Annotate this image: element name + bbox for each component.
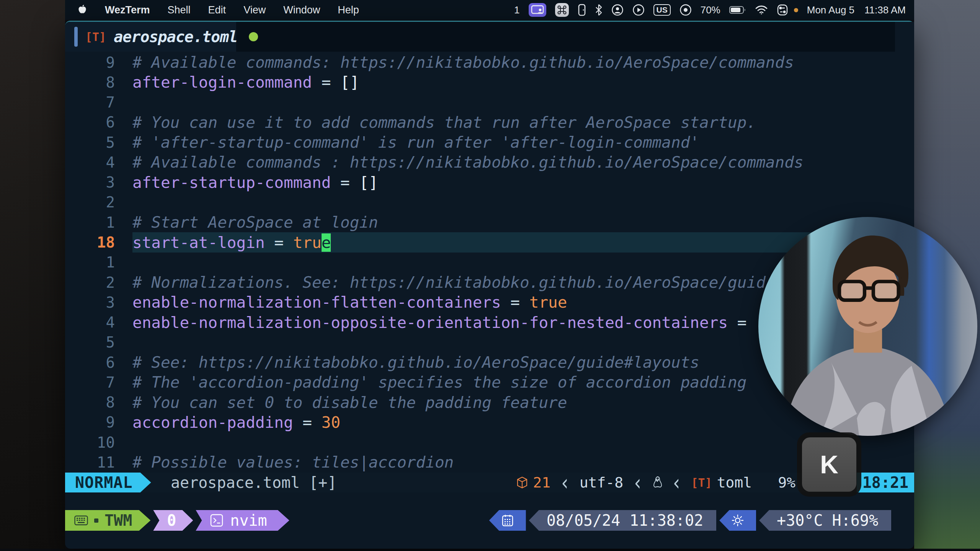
keypress-overlay: K — [797, 432, 861, 497]
statusline-right: 21 ‹ utf-8 ‹ ‹ [T] toml 9% — [516, 473, 795, 492]
token-key: after-login-command — [132, 73, 312, 91]
code-text: start-at-login = true — [132, 233, 331, 252]
menubar-clock[interactable]: Mon Aug 5 11:38 AM — [807, 4, 906, 16]
separator-icon: ‹ — [671, 469, 682, 496]
webcam-person — [758, 217, 977, 436]
code-line[interactable]: 8after-login-command = [] — [65, 72, 914, 92]
column-icon — [516, 476, 528, 489]
code-line[interactable]: 3after-startup-command = [] — [65, 173, 914, 192]
backdrop-bottom — [0, 549, 980, 551]
line-number: 2 — [65, 194, 115, 211]
line-number: 5 — [65, 134, 115, 151]
battery-icon[interactable] — [729, 6, 746, 14]
weather-indicator: +30°C H:69% — [759, 510, 891, 531]
code-line[interactable]: 7 — [65, 93, 914, 112]
code-line[interactable]: 11# Possible values: tiles|accordion — [65, 452, 914, 472]
token-comment: # See: https://nikitabobko.github.io/Aer… — [132, 353, 699, 372]
iphone-mirroring-icon[interactable] — [578, 4, 586, 16]
menu-help[interactable]: Help — [338, 4, 359, 16]
token-key: start-at-login — [132, 233, 265, 252]
weather-icon-segment — [719, 510, 756, 531]
code-line[interactable]: 4# Available commands : https://nikitabo… — [65, 152, 914, 172]
keyboard-icon — [74, 515, 88, 525]
line-number: 11 — [65, 454, 115, 471]
line-number: 2 — [65, 274, 115, 291]
token-op: = — [501, 293, 529, 311]
notification-dot-icon — [794, 8, 798, 12]
separator-icon: ‹ — [632, 469, 643, 496]
toml-icon: [T] — [85, 30, 106, 44]
tmux-statusbar: TWM 0 nvim 08/05/24 11:38:02 +30°C H:69% — [65, 510, 914, 531]
token-key: accordion-padding — [132, 413, 293, 432]
window-name: nvim — [230, 512, 267, 529]
now-playing-icon[interactable] — [632, 4, 645, 16]
code-text: # See: https://nikitabobko.github.io/Aer… — [132, 353, 699, 372]
code-line[interactable]: 5# 'after-startup-command' is run after … — [65, 132, 914, 152]
menubar: WezTerm Shell Edit View Window Help 1 US… — [65, 0, 914, 20]
wifi-icon[interactable] — [755, 5, 768, 15]
token-comment: # Available commands : https://nikitabob… — [132, 153, 804, 171]
line-number: 6 — [65, 354, 115, 371]
clock-day: Mon Aug 5 — [807, 4, 854, 16]
code-line[interactable]: 9# Available commands: https://nikitabob… — [65, 52, 914, 72]
facetime-icon[interactable] — [611, 4, 624, 16]
code-line[interactable]: 6# You can use it to add commands that r… — [65, 112, 914, 132]
tmux-window-index[interactable]: 0 — [153, 510, 193, 531]
token-key: enable-normalization-opposite-orientatio… — [132, 313, 728, 332]
input-source-icon[interactable]: US — [653, 4, 671, 16]
line-number: 1 — [65, 214, 115, 231]
token-op: = — [265, 233, 293, 252]
code-line[interactable]: 1# Start AeroSpace at login — [65, 212, 914, 232]
line-number: 18 — [65, 234, 115, 251]
line-number: 9 — [65, 414, 115, 431]
code-text: # Available commands : https://nikitabob… — [132, 153, 804, 171]
menu-window[interactable]: Window — [283, 4, 320, 16]
modified-dot-icon — [249, 32, 258, 41]
tmux-session[interactable]: TWM — [65, 510, 150, 531]
column-value: 21 — [533, 474, 550, 491]
tab-bar: [T] aerospace.toml — [65, 22, 914, 52]
apple-icon[interactable] — [77, 4, 87, 16]
token-key: after-startup-command — [132, 173, 331, 192]
record-icon[interactable] — [679, 4, 692, 16]
tmux-window-nvim[interactable]: nvim — [196, 510, 289, 531]
mode-indicator: NORMAL — [65, 473, 151, 492]
code-line[interactable]: 9accordion-padding = 30 — [65, 412, 914, 432]
line-number: 4 — [65, 154, 115, 171]
control-center-icon[interactable] — [777, 4, 790, 16]
filetype-indicator: toml — [717, 474, 752, 491]
menu-shell[interactable]: Shell — [168, 4, 191, 16]
menubar-app-name[interactable]: WezTerm — [105, 4, 150, 16]
token-comment: # Normalizations. See: https://nikitabob… — [132, 273, 766, 292]
line-number: 10 — [65, 434, 115, 451]
menubar-status-area: 1 US 70% — [514, 3, 914, 17]
sun-icon — [732, 514, 744, 527]
code-line[interactable]: 2 — [65, 192, 914, 212]
calendar-segment — [489, 510, 526, 531]
clock-time: 11:38 AM — [864, 4, 906, 16]
bluetooth-icon[interactable] — [595, 4, 603, 16]
cursor-location: 18:21 — [857, 473, 914, 492]
nvim-statusline: NORMAL aerospace.toml [+] 21 ‹ utf-8 ‹ ‹… — [65, 473, 914, 492]
tab-aerospace-toml[interactable]: [T] aerospace.toml — [65, 22, 236, 52]
code-text: # You can use it to add commands that ru… — [132, 113, 756, 132]
datetime-indicator: 08/05/24 11:38:02 — [529, 510, 716, 531]
token-punct: [] — [340, 73, 359, 91]
line-number: 6 — [65, 114, 115, 131]
code-text: enable-normalization-flatten-containers … — [132, 293, 567, 311]
token-comment: # 'after-startup-command' is run after '… — [132, 133, 699, 152]
tab-title: aerospace.toml — [114, 28, 237, 46]
code-line[interactable]: 18start-at-login = true — [65, 232, 914, 252]
line-number: 5 — [65, 334, 115, 351]
token-op: = — [728, 313, 746, 332]
terminal-icon — [210, 514, 223, 527]
command-icon[interactable] — [555, 3, 569, 17]
battery-percent[interactable]: 70% — [701, 4, 720, 16]
tmux-left: TWM 0 nvim — [65, 510, 289, 531]
code-text: after-startup-command = [] — [132, 173, 378, 192]
menu-view[interactable]: View — [243, 4, 266, 16]
screen-sharing-icon[interactable] — [529, 3, 546, 17]
column-chunk: 21 — [516, 474, 550, 491]
menu-edit[interactable]: Edit — [208, 4, 226, 16]
code-line[interactable]: 10 — [65, 432, 914, 452]
